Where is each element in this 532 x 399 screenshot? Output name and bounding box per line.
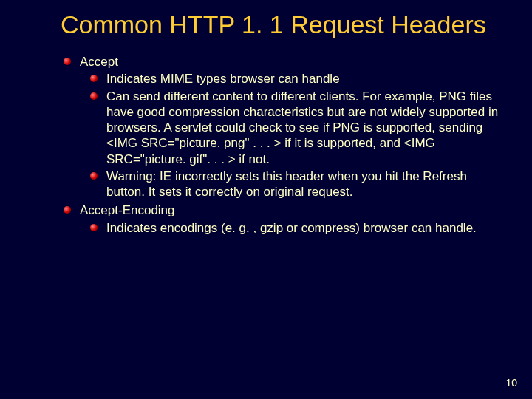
list-item: Accept-Encoding Indicates encodings (e. …	[61, 202, 502, 236]
sub-list-item: Indicates encodings (e. g. , gzip or com…	[89, 220, 502, 236]
sub-list-item: Warning: IE incorrectly sets this header…	[89, 168, 502, 200]
bullet-list: Accept Indicates MIME types browser can …	[61, 54, 502, 236]
list-item-label: Accept-Encoding	[80, 203, 175, 217]
sub-list: Indicates MIME types browser can handle …	[80, 71, 502, 200]
page-number: 10	[505, 377, 517, 389]
list-item: Accept Indicates MIME types browser can …	[61, 54, 502, 200]
slide: Common HTTP 1. 1 Request Headers Accept …	[0, 0, 532, 399]
sub-list-item: Can send different content to different …	[89, 89, 502, 167]
list-item-label: Accept	[80, 55, 118, 69]
slide-title: Common HTTP 1. 1 Request Headers	[61, 10, 502, 39]
sub-list: Indicates encodings (e. g. , gzip or com…	[80, 220, 502, 236]
sub-list-item: Indicates MIME types browser can handle	[89, 71, 502, 86]
